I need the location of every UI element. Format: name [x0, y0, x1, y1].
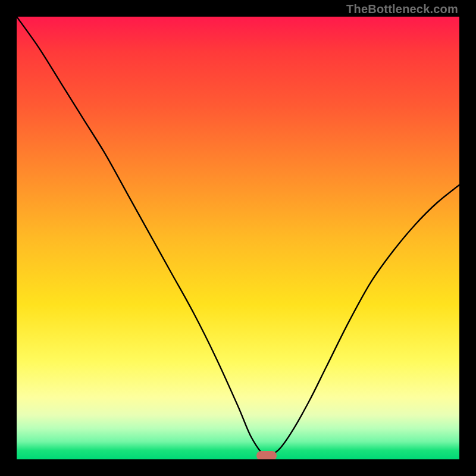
minimum-marker-pill [256, 451, 277, 459]
chart-frame: TheBottleneck.com [0, 0, 476, 476]
bottleneck-curve [17, 17, 459, 459]
watermark-text: TheBottleneck.com [346, 2, 458, 16]
plot-area [17, 17, 459, 459]
